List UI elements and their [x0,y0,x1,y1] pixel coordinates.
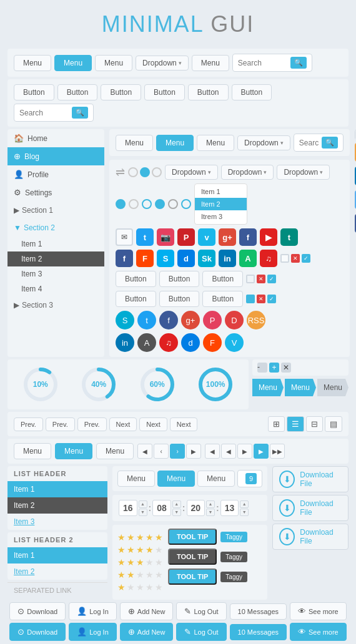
radio-filled-1[interactable] [116,199,126,209]
view-list[interactable]: ☰ [287,416,304,432]
timer-sec-down[interactable]: ▼ [206,509,215,516]
star15[interactable]: ★ [155,557,163,567]
android-icon[interactable]: A [239,250,257,267]
sidebar-item-blog[interactable]: ⊕ Blog [7,147,104,165]
list-item-1-1[interactable]: Item 1 [7,481,107,497]
star4[interactable]: ★ [146,532,154,542]
action-messages-2[interactable]: 10 Messages [230,624,287,640]
tooltip-tag-3[interactable]: Taggy [220,572,247,582]
dropdown-item-2[interactable]: Item 2 [195,198,247,210]
flickr-round[interactable]: F [203,333,222,352]
facebook-icon[interactable]: f [239,228,257,246]
dribbble-round[interactable]: D [225,311,244,329]
sidebar-subitem-item2[interactable]: Item 2 [7,251,104,266]
pag2-active2[interactable]: ▶ [254,444,269,459]
action-messages-1[interactable]: 10 Messages [230,603,287,620]
next-btn3[interactable]: Next [170,417,198,431]
content-nav-menu3[interactable]: Menu [197,135,234,151]
tooltip-tag-2[interactable]: Taggy [220,552,247,562]
google-round[interactable]: g+ [181,311,200,329]
star11[interactable]: ★ [117,557,126,567]
skype-icon2[interactable]: Sk [198,250,215,267]
pag2-p1[interactable]: ◀ [137,444,152,459]
content-nav-dropdown1[interactable]: Dropdown ▾ [237,135,290,150]
star9[interactable]: ★ [146,545,154,555]
timer-sec-up[interactable]: ▲ [206,500,215,508]
cb9[interactable]: ✓ [267,295,276,303]
sidebar-section-3[interactable]: ▶ Section 3 [7,296,104,314]
app-round[interactable]: A [137,333,156,352]
instagram-icon[interactable]: 📷 [157,228,174,246]
content-nav-menu1[interactable]: Menu [116,135,153,151]
pag2-n2[interactable]: ▶▶ [270,444,285,459]
download-btn-2[interactable]: ⬇ Download File [272,495,349,521]
action-login-1[interactable]: 👤 Log In [69,602,117,620]
dropbox-icon[interactable]: d [177,250,195,267]
dropdown-combo2[interactable]: Dropdown ▾ [221,165,274,180]
content-btn3[interactable]: Button [202,271,243,287]
content-btn4[interactable]: Button [116,291,156,307]
content-nav-menu2[interactable]: Menu [156,135,194,151]
cb7[interactable] [246,295,255,303]
twitter-icon[interactable]: t [136,228,154,246]
cb3[interactable]: ✓ [302,254,310,263]
star22[interactable]: ★ [127,582,135,592]
twitter-round[interactable]: t [137,311,156,329]
skype-round[interactable]: S [116,311,134,329]
vimeo-icon[interactable]: v [198,228,215,246]
list-item-2-1[interactable]: Item 1 [7,547,107,564]
action-seemore-1[interactable]: 👁 See more [290,602,347,620]
nav2-btn4[interactable]: Button [144,84,185,100]
prev-btn2[interactable]: Prev. [46,417,75,431]
radio-filled-4[interactable] [155,199,165,209]
toggle-switch[interactable]: ⇌ [116,165,125,179]
timer-min-up[interactable]: ▲ [172,500,181,508]
google-icon[interactable]: g+ [219,228,236,246]
star12[interactable]: ★ [127,557,135,567]
star10[interactable]: ★ [155,545,163,555]
content-btn1[interactable]: Button [116,271,156,287]
separated-link[interactable]: SEPARATED LINK [7,582,107,598]
action-login-2[interactable]: 👤 Log In [69,623,117,641]
facebook-icon2[interactable]: f [116,250,133,267]
sidebar-item-home[interactable]: 🏠 Home [7,129,104,147]
list-item-2-2[interactable]: Item 2 [7,564,107,580]
star16[interactable]: ★ [117,570,126,580]
pag2-n1[interactable]: ▶ [186,444,201,459]
tumblr-icon[interactable]: t [280,228,298,246]
skype-icon[interactable]: S [157,250,174,267]
action-logout-2[interactable]: ✎ Log Out [176,623,226,641]
nav2-btn1[interactable]: Button [14,84,54,100]
dropdown-item-1[interactable]: Item 1 [195,185,247,198]
action-download-2[interactable]: ⊙ Download [9,623,66,641]
pag2-p2[interactable]: ◀ [205,444,220,459]
star5[interactable]: ★ [155,532,163,542]
pag2-3[interactable]: ▶ [237,444,252,459]
action-seemore-2[interactable]: 👁 See more [290,623,347,641]
breadcrumb-menu2[interactable]: Menu [285,379,316,396]
linkedin-icon[interactable]: in [219,250,236,267]
list-item-1-2[interactable]: Item 2 [7,497,107,514]
nav1-search-input[interactable] [238,59,288,67]
star24[interactable]: ★ [146,582,154,592]
sidebar-section-2[interactable]: ▼ Section 2 [7,219,104,237]
content-nav-search-btn[interactable]: 🔍 [322,137,338,149]
radio-empty-3[interactable] [142,199,152,209]
pag2-2[interactable]: ◀ [221,444,236,459]
content-btn5[interactable]: Button [159,291,200,307]
rss-round[interactable]: RSS [247,311,265,329]
sidebar-subitem-item3[interactable]: Item 3 [7,266,104,281]
cb8[interactable]: ✕ [257,295,265,303]
star8[interactable]: ★ [136,545,144,555]
nav2-btn3[interactable]: Button [101,84,141,100]
dropdown-combo1[interactable]: Dropdown ▾ [165,165,218,180]
action-addnew-2[interactable]: ⊕ Add New [120,623,174,641]
cb5[interactable]: ✕ [257,275,265,283]
sidebar-subitem-item4[interactable]: Item 4 [7,281,104,296]
nav1-menu2-active[interactable]: Menu [54,55,92,71]
nav2-search-input[interactable] [19,109,69,117]
pag2-1[interactable]: ‹ [154,444,169,459]
timer-ms-up[interactable]: ▲ [240,500,249,508]
star20[interactable]: ★ [155,570,163,580]
inner-menu3[interactable]: Menu [197,471,235,487]
